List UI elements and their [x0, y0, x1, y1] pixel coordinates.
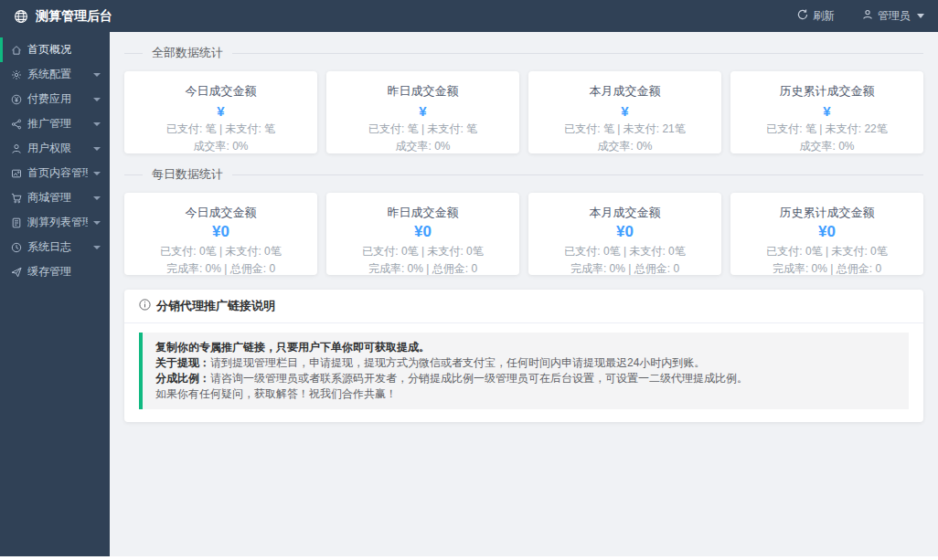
notice-line-bold: 分成比例：: [155, 372, 210, 385]
stat-card-rate-line: 成交率: 0%: [528, 138, 721, 155]
notice-line-text: 请咨询一级管理员或者联系源码开发者，分销提成比例一级管理员可在后台设置，可设置一…: [210, 372, 748, 385]
divider-line: [232, 53, 923, 54]
sidebar-item-label: 缓存管理: [27, 264, 71, 280]
stat-card-amount: ¥0: [730, 223, 923, 241]
sidebar-item-cache-management[interactable]: 缓存管理: [0, 259, 110, 284]
daily-stats-card-row: 今日成交金额 ¥0 已支付: 0笔 | 未支付: 0笔 完成率: 0% | 总佣…: [124, 193, 923, 275]
image-icon: [11, 168, 22, 179]
stat-card-rate-line: 完成率: 0% | 总佣金: 0: [528, 260, 721, 278]
notice-line: 如果你有任何疑问，获取解答！祝我们合作共赢！: [155, 386, 896, 402]
stat-card-rate-line: 完成率: 0% | 总佣金: 0: [124, 260, 317, 278]
stat-card-title: 历史累计成交金额: [730, 205, 923, 221]
stat-card-paid-line: 已支付: 笔 | 未支付: 21笔: [528, 121, 721, 138]
sidebar-item-label: 商城管理: [27, 190, 71, 206]
chevron-down-icon: [93, 73, 101, 77]
notice-line-bold: 复制你的专属推广链接，只要用户下单你即可获取提成。: [155, 341, 430, 354]
refresh-icon: [797, 9, 808, 23]
chevron-down-icon: [917, 14, 924, 18]
app-title: 测算管理后台: [36, 8, 112, 25]
user-icon: [862, 9, 873, 23]
stat-card-month-daily: 本月成交金额 ¥0 已支付: 0笔 | 未支付: 0笔 完成率: 0% | 总佣…: [528, 193, 721, 275]
stat-card-title: 本月成交金额: [528, 205, 721, 221]
cart-icon: [11, 193, 22, 204]
stat-card-yesterday-daily: 昨日成交金额 ¥0 已支付: 0笔 | 未支付: 0笔 完成率: 0% | 总佣…: [326, 193, 519, 275]
stat-card-title: 今日成交金额: [124, 205, 317, 221]
sidebar-item-label: 测算列表管理: [27, 215, 88, 230]
stat-card-title: 昨日成交金额: [326, 205, 519, 221]
send-icon: [11, 267, 22, 278]
stat-card-amount: ¥0: [326, 223, 519, 241]
sidebar-item-system-logs[interactable]: 系统日志: [0, 235, 110, 259]
notice-line: 分成比例：请咨询一级管理员或者联系源码开发者，分销提成比例一级管理员可在后台设置…: [155, 371, 896, 386]
document-icon: [11, 217, 22, 228]
section-title-text: 全部数据统计: [143, 45, 232, 61]
home-icon: [11, 45, 22, 56]
stat-card-paid-line: 已支付: 0笔 | 未支付: 0笔: [124, 243, 317, 260]
section-title-all-stats: 全部数据统计: [124, 45, 923, 61]
info-circle-icon: [139, 299, 151, 313]
notice-text-box: 复制你的专属推广链接，只要用户下单你即可获取提成。 关于提现：请到提现管理栏目，…: [139, 333, 909, 409]
chevron-down-icon: [93, 98, 101, 101]
sidebar-item-label: 付费应用: [27, 91, 71, 107]
header-actions: 刷新 管理员: [797, 8, 924, 24]
share-icon: [11, 119, 22, 130]
user-icon: [11, 143, 22, 154]
stat-card-amount: ¥: [326, 103, 519, 119]
notice-panel-title: 分销代理推广链接说明: [156, 298, 275, 314]
notice-line-bold: 关于提现：: [155, 356, 210, 369]
divider-line: [124, 53, 143, 54]
refresh-button[interactable]: 刷新: [797, 8, 835, 24]
gear-icon: [11, 69, 22, 80]
stat-card-rate-line: 完成率: 0% | 总佣金: 0: [730, 260, 923, 278]
stat-card-title: 历史累计成交金额: [730, 83, 923, 100]
chevron-down-icon: [93, 147, 101, 151]
section-title-text: 每日数据统计: [143, 166, 232, 183]
user-label: 管理员: [878, 8, 911, 24]
stat-card-yesterday-total: 昨日成交金额 ¥ 已支付: 笔 | 未支付: 笔 成交率: 0%: [326, 71, 519, 153]
notice-panel-body: 复制你的专属推广链接，只要用户下单你即可获取提成。 关于提现：请到提现管理栏目，…: [124, 323, 923, 422]
stat-card-today-daily: 今日成交金额 ¥0 已支付: 0笔 | 未支付: 0笔 完成率: 0% | 总佣…: [124, 193, 317, 275]
stat-card-amount: ¥: [730, 103, 923, 119]
sidebar-item-user-permissions[interactable]: 用户权限: [0, 136, 110, 161]
sidebar-item-label: 首页内容管理: [27, 165, 88, 181]
chevron-down-icon: [93, 246, 101, 249]
stat-card-paid-line: 已支付: 0笔 | 未支付: 0笔: [326, 243, 519, 260]
sidebar-item-mall-management[interactable]: 商城管理: [0, 185, 110, 210]
admin-dashboard-page: 测算管理后台 刷新 管理员: [0, 0, 938, 560]
globe-logo-icon: [14, 9, 28, 24]
stat-card-amount: ¥: [528, 103, 721, 119]
stat-card-paid-line: 已支付: 0笔 | 未支付: 0笔: [730, 243, 923, 260]
chevron-down-icon: [93, 172, 101, 175]
stat-card-paid-line: 已支付: 笔 | 未支付: 22笔: [730, 121, 923, 138]
sidebar-item-paid-apps[interactable]: 付费应用: [0, 87, 110, 111]
notice-line: 复制你的专属推广链接，只要用户下单你即可获取提成。: [155, 340, 896, 355]
divider-line: [124, 174, 143, 175]
yen-circle-icon: [11, 94, 22, 105]
stat-card-today-total: 今日成交金额 ¥ 已支付: 笔 | 未支付: 笔 成交率: 0%: [124, 71, 317, 153]
sidebar-item-label: 系统日志: [27, 239, 71, 255]
sidebar-item-calc-list[interactable]: 测算列表管理: [0, 210, 110, 235]
stat-card-rate-line: 完成率: 0% | 总佣金: 0: [326, 260, 519, 278]
sidebar-item-label: 推广管理: [27, 116, 71, 132]
stat-card-amount: ¥: [124, 103, 317, 119]
user-menu[interactable]: 管理员: [862, 8, 924, 24]
stat-card-amount: ¥0: [124, 223, 317, 241]
sidebar-item-home-overview[interactable]: 首页概况: [0, 37, 110, 62]
stat-card-paid-line: 已支付: 笔 | 未支付: 笔: [124, 121, 317, 138]
refresh-label: 刷新: [813, 8, 835, 24]
sidebar-item-system-config[interactable]: 系统配置: [0, 62, 110, 87]
chevron-down-icon: [93, 122, 101, 126]
stat-card-rate-line: 成交率: 0%: [124, 138, 317, 155]
stat-card-history-daily: 历史累计成交金额 ¥0 已支付: 0笔 | 未支付: 0笔 完成率: 0% | …: [730, 193, 923, 275]
stat-card-amount: ¥0: [528, 223, 721, 241]
notice-line-text: 如果你有任何疑问，获取解答！祝我们合作共赢！: [155, 387, 397, 400]
app-brand: 测算管理后台: [14, 8, 112, 25]
sidebar-item-label: 用户权限: [27, 141, 71, 156]
stat-card-history-total: 历史累计成交金额 ¥ 已支付: 笔 | 未支付: 22笔 成交率: 0%: [730, 71, 923, 153]
sidebar-item-promotion[interactable]: 推广管理: [0, 111, 110, 136]
main-content: 全部数据统计 今日成交金额 ¥ 已支付: 笔 | 未支付: 笔 成交率: 0% …: [110, 32, 938, 556]
stat-card-paid-line: 已支付: 0笔 | 未支付: 0笔: [528, 243, 721, 260]
sidebar-nav: 首页概况 系统配置 付费应用: [0, 32, 110, 556]
chevron-down-icon: [93, 196, 101, 200]
sidebar-item-home-content[interactable]: 首页内容管理: [0, 161, 110, 185]
